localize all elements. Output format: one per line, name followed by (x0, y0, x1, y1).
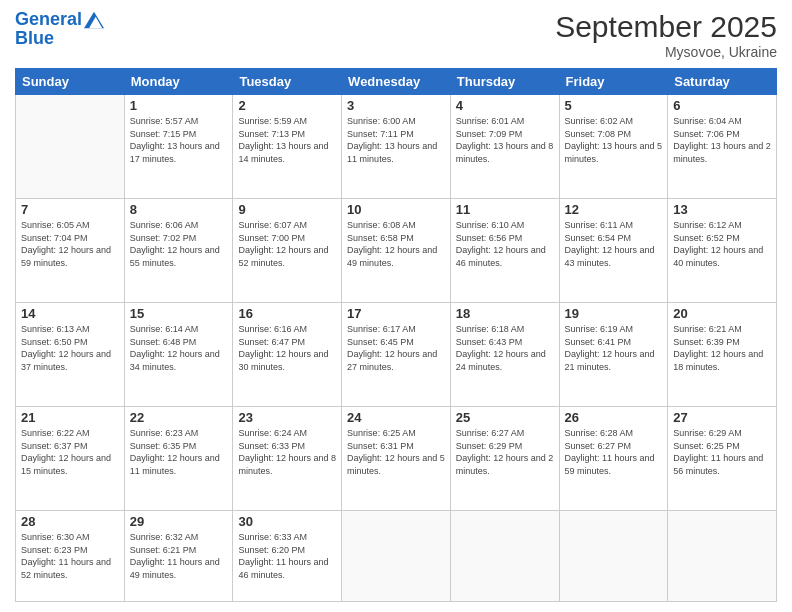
day-info: Sunrise: 6:24 AM Sunset: 6:33 PM Dayligh… (238, 427, 336, 477)
table-row: 14Sunrise: 6:13 AM Sunset: 6:50 PM Dayli… (16, 303, 125, 407)
table-row: 15Sunrise: 6:14 AM Sunset: 6:48 PM Dayli… (124, 303, 233, 407)
table-row: 1Sunrise: 5:57 AM Sunset: 7:15 PM Daylig… (124, 95, 233, 199)
table-row: 11Sunrise: 6:10 AM Sunset: 6:56 PM Dayli… (450, 199, 559, 303)
day-info: Sunrise: 6:30 AM Sunset: 6:23 PM Dayligh… (21, 531, 119, 581)
table-row: 7Sunrise: 6:05 AM Sunset: 7:04 PM Daylig… (16, 199, 125, 303)
day-number: 1 (130, 98, 228, 113)
day-info: Sunrise: 6:32 AM Sunset: 6:21 PM Dayligh… (130, 531, 228, 581)
day-number: 24 (347, 410, 445, 425)
table-row: 24Sunrise: 6:25 AM Sunset: 6:31 PM Dayli… (342, 407, 451, 511)
day-number: 18 (456, 306, 554, 321)
day-info: Sunrise: 6:33 AM Sunset: 6:20 PM Dayligh… (238, 531, 336, 581)
table-row (16, 95, 125, 199)
table-row: 3Sunrise: 6:00 AM Sunset: 7:11 PM Daylig… (342, 95, 451, 199)
day-info: Sunrise: 6:06 AM Sunset: 7:02 PM Dayligh… (130, 219, 228, 269)
day-number: 26 (565, 410, 663, 425)
day-number: 11 (456, 202, 554, 217)
table-row (668, 511, 777, 602)
day-number: 2 (238, 98, 336, 113)
table-row: 6Sunrise: 6:04 AM Sunset: 7:06 PM Daylig… (668, 95, 777, 199)
table-row: 19Sunrise: 6:19 AM Sunset: 6:41 PM Dayli… (559, 303, 668, 407)
table-row: 26Sunrise: 6:28 AM Sunset: 6:27 PM Dayli… (559, 407, 668, 511)
day-number: 14 (21, 306, 119, 321)
table-row: 10Sunrise: 6:08 AM Sunset: 6:58 PM Dayli… (342, 199, 451, 303)
table-row (450, 511, 559, 602)
calendar-table: Sunday Monday Tuesday Wednesday Thursday… (15, 68, 777, 602)
day-number: 3 (347, 98, 445, 113)
day-info: Sunrise: 6:05 AM Sunset: 7:04 PM Dayligh… (21, 219, 119, 269)
table-row: 30Sunrise: 6:33 AM Sunset: 6:20 PM Dayli… (233, 511, 342, 602)
day-info: Sunrise: 6:23 AM Sunset: 6:35 PM Dayligh… (130, 427, 228, 477)
day-info: Sunrise: 6:13 AM Sunset: 6:50 PM Dayligh… (21, 323, 119, 373)
day-info: Sunrise: 6:10 AM Sunset: 6:56 PM Dayligh… (456, 219, 554, 269)
page: General Blue September 2025 Mysovoe, Ukr… (0, 0, 792, 612)
day-info: Sunrise: 6:18 AM Sunset: 6:43 PM Dayligh… (456, 323, 554, 373)
day-number: 5 (565, 98, 663, 113)
table-row: 20Sunrise: 6:21 AM Sunset: 6:39 PM Dayli… (668, 303, 777, 407)
col-sunday: Sunday (16, 69, 125, 95)
day-number: 10 (347, 202, 445, 217)
day-info: Sunrise: 6:04 AM Sunset: 7:06 PM Dayligh… (673, 115, 771, 165)
day-number: 7 (21, 202, 119, 217)
table-row: 2Sunrise: 5:59 AM Sunset: 7:13 PM Daylig… (233, 95, 342, 199)
day-info: Sunrise: 6:29 AM Sunset: 6:25 PM Dayligh… (673, 427, 771, 477)
day-number: 13 (673, 202, 771, 217)
table-row: 21Sunrise: 6:22 AM Sunset: 6:37 PM Dayli… (16, 407, 125, 511)
header-row: Sunday Monday Tuesday Wednesday Thursday… (16, 69, 777, 95)
table-row: 5Sunrise: 6:02 AM Sunset: 7:08 PM Daylig… (559, 95, 668, 199)
day-info: Sunrise: 6:07 AM Sunset: 7:00 PM Dayligh… (238, 219, 336, 269)
col-friday: Friday (559, 69, 668, 95)
day-number: 20 (673, 306, 771, 321)
logo-blue: Blue (15, 28, 54, 49)
day-number: 28 (21, 514, 119, 529)
day-number: 29 (130, 514, 228, 529)
day-number: 9 (238, 202, 336, 217)
day-number: 30 (238, 514, 336, 529)
table-row: 29Sunrise: 6:32 AM Sunset: 6:21 PM Dayli… (124, 511, 233, 602)
table-row: 18Sunrise: 6:18 AM Sunset: 6:43 PM Dayli… (450, 303, 559, 407)
day-info: Sunrise: 6:08 AM Sunset: 6:58 PM Dayligh… (347, 219, 445, 269)
day-number: 8 (130, 202, 228, 217)
day-info: Sunrise: 5:57 AM Sunset: 7:15 PM Dayligh… (130, 115, 228, 165)
day-number: 23 (238, 410, 336, 425)
day-number: 15 (130, 306, 228, 321)
table-row: 16Sunrise: 6:16 AM Sunset: 6:47 PM Dayli… (233, 303, 342, 407)
logo-icon (84, 10, 104, 30)
table-row: 23Sunrise: 6:24 AM Sunset: 6:33 PM Dayli… (233, 407, 342, 511)
day-number: 17 (347, 306, 445, 321)
day-info: Sunrise: 6:12 AM Sunset: 6:52 PM Dayligh… (673, 219, 771, 269)
day-info: Sunrise: 5:59 AM Sunset: 7:13 PM Dayligh… (238, 115, 336, 165)
day-info: Sunrise: 6:21 AM Sunset: 6:39 PM Dayligh… (673, 323, 771, 373)
col-wednesday: Wednesday (342, 69, 451, 95)
day-number: 25 (456, 410, 554, 425)
col-monday: Monday (124, 69, 233, 95)
day-number: 6 (673, 98, 771, 113)
day-number: 22 (130, 410, 228, 425)
table-row: 25Sunrise: 6:27 AM Sunset: 6:29 PM Dayli… (450, 407, 559, 511)
table-row: 27Sunrise: 6:29 AM Sunset: 6:25 PM Dayli… (668, 407, 777, 511)
col-tuesday: Tuesday (233, 69, 342, 95)
table-row (559, 511, 668, 602)
header: General Blue September 2025 Mysovoe, Ukr… (15, 10, 777, 60)
title-section: September 2025 Mysovoe, Ukraine (555, 10, 777, 60)
day-info: Sunrise: 6:25 AM Sunset: 6:31 PM Dayligh… (347, 427, 445, 477)
table-row: 17Sunrise: 6:17 AM Sunset: 6:45 PM Dayli… (342, 303, 451, 407)
day-info: Sunrise: 6:11 AM Sunset: 6:54 PM Dayligh… (565, 219, 663, 269)
col-saturday: Saturday (668, 69, 777, 95)
table-row (342, 511, 451, 602)
day-number: 21 (21, 410, 119, 425)
table-row: 22Sunrise: 6:23 AM Sunset: 6:35 PM Dayli… (124, 407, 233, 511)
day-info: Sunrise: 6:27 AM Sunset: 6:29 PM Dayligh… (456, 427, 554, 477)
day-info: Sunrise: 6:28 AM Sunset: 6:27 PM Dayligh… (565, 427, 663, 477)
day-info: Sunrise: 6:02 AM Sunset: 7:08 PM Dayligh… (565, 115, 663, 165)
day-info: Sunrise: 6:01 AM Sunset: 7:09 PM Dayligh… (456, 115, 554, 165)
table-row: 13Sunrise: 6:12 AM Sunset: 6:52 PM Dayli… (668, 199, 777, 303)
table-row: 28Sunrise: 6:30 AM Sunset: 6:23 PM Dayli… (16, 511, 125, 602)
logo-text: General (15, 10, 82, 30)
day-number: 16 (238, 306, 336, 321)
day-info: Sunrise: 6:22 AM Sunset: 6:37 PM Dayligh… (21, 427, 119, 477)
day-info: Sunrise: 6:14 AM Sunset: 6:48 PM Dayligh… (130, 323, 228, 373)
table-row: 4Sunrise: 6:01 AM Sunset: 7:09 PM Daylig… (450, 95, 559, 199)
day-number: 19 (565, 306, 663, 321)
day-number: 12 (565, 202, 663, 217)
